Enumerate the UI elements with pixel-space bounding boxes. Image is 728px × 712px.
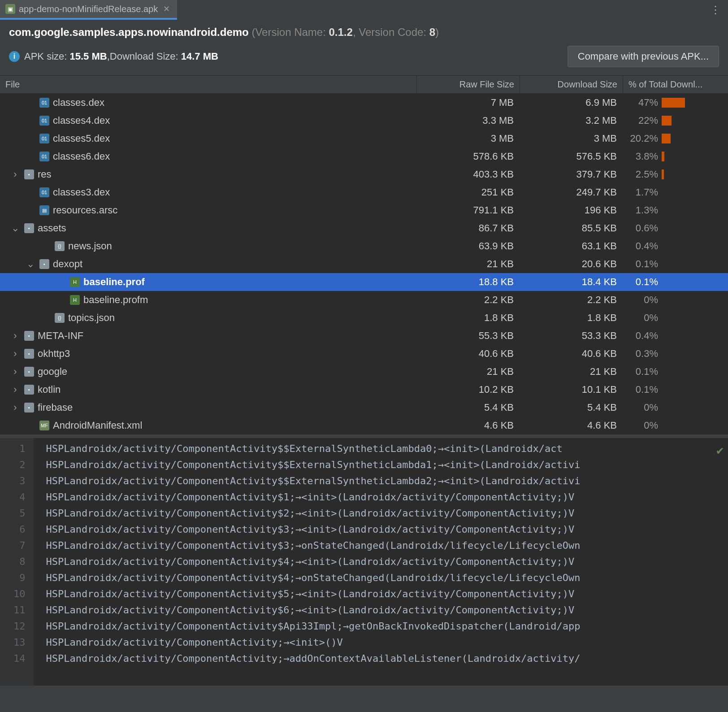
table-row[interactable]: {}news.json63.9 KB63.1 KB0.4%: [0, 237, 728, 255]
folder-icon: ▪: [24, 169, 34, 179]
file-name: dexopt: [53, 258, 82, 270]
percent-text: 1.7%: [626, 187, 658, 198]
percent-text: 0%: [626, 294, 658, 306]
tab-apk-analyzer[interactable]: ▣ app-demo-nonMinifiedRelease.apk ✕: [0, 0, 177, 20]
col-file-header[interactable]: File: [0, 76, 417, 93]
download-size: 249.7 KB: [520, 187, 623, 198]
chevron-right-icon[interactable]: ›: [10, 330, 21, 342]
table-row[interactable]: {}topics.json1.8 KB1.8 KB0%: [0, 309, 728, 327]
prof-icon: H: [70, 295, 80, 305]
raw-size: 18.8 KB: [417, 276, 520, 288]
table-row[interactable]: 01classes6.dex578.6 KB576.5 KB3.8%: [0, 148, 728, 165]
raw-size: 7 MB: [417, 97, 520, 109]
table-row[interactable]: 01classes4.dex3.3 MB3.2 MB22%: [0, 112, 728, 130]
download-size: 18.4 KB: [520, 276, 623, 288]
file-content-editor[interactable]: 1234567891011121314 HSPLandroidx/activit…: [0, 434, 728, 686]
line-number: 1: [13, 441, 26, 457]
json-icon: {}: [55, 241, 65, 251]
table-row[interactable]: ⌄▪assets86.7 KB85.5 KB0.6%: [0, 219, 728, 237]
folder-icon: ▪: [24, 331, 34, 341]
code-line: HSPLandroidx/activity/ComponentActivity$…: [46, 618, 728, 634]
download-size: 379.7 KB: [520, 169, 623, 180]
chevron-right-icon[interactable]: ›: [10, 366, 21, 378]
raw-size: 4.6 KB: [417, 420, 520, 431]
download-size: 6.9 MB: [520, 97, 623, 109]
download-size: 53.3 KB: [520, 330, 623, 342]
json-icon: {}: [55, 313, 65, 323]
table-row[interactable]: ›▪firebase5.4 KB5.4 KB0%: [0, 399, 728, 417]
file-name: news.json: [68, 240, 112, 252]
version-name-value: 0.1.2: [329, 26, 353, 38]
tab-title: app-demo-nonMinifiedRelease.apk: [19, 4, 158, 14]
raw-size: 21 KB: [417, 366, 520, 378]
raw-size: 3 MB: [417, 133, 520, 144]
file-tree[interactable]: 01classes.dex7 MB6.9 MB47%01classes4.dex…: [0, 94, 728, 434]
chevron-right-icon[interactable]: ›: [10, 169, 21, 180]
checkmark-icon: ✔: [716, 443, 724, 457]
version-name-label: Version Name:: [255, 26, 325, 38]
col-dl-header[interactable]: Download Size: [520, 76, 623, 93]
table-row[interactable]: ⌄▪dexopt21 KB20.6 KB0.1%: [0, 255, 728, 273]
prof-icon: H: [70, 277, 80, 287]
code-line: HSPLandroidx/activity/ComponentActivity;…: [46, 634, 728, 651]
line-number: 12: [13, 618, 26, 634]
download-size-value: 14.7 MB: [181, 51, 218, 62]
folder-icon: ▪: [39, 259, 49, 269]
editor-code[interactable]: HSPLandroidx/activity/ComponentActivity$…: [34, 438, 728, 686]
close-icon[interactable]: ✕: [161, 4, 172, 14]
col-raw-header[interactable]: Raw File Size: [417, 76, 520, 93]
table-row[interactable]: ›▪META-INF55.3 KB53.3 KB0.4%: [0, 327, 728, 345]
code-line: HSPLandroidx/activity/ComponentActivity$…: [46, 473, 728, 489]
percent-text: 0.6%: [626, 222, 658, 234]
table-row[interactable]: ›▪kotlin10.2 KB10.1 KB0.1%: [0, 381, 728, 399]
code-line: HSPLandroidx/activity/ComponentActivity;…: [46, 651, 728, 667]
file-name: google: [38, 366, 67, 378]
percent-bar: [662, 152, 664, 161]
line-number: 2: [13, 457, 26, 473]
raw-size: 403.3 KB: [417, 169, 520, 180]
version-code-value: 8: [429, 26, 435, 38]
file-name: resources.arsc: [53, 204, 117, 216]
file-name: classes.dex: [53, 97, 104, 109]
line-number: 4: [13, 489, 26, 505]
table-row[interactable]: Hbaseline.prof18.8 KB18.4 KB0.1%: [0, 273, 728, 291]
table-row[interactable]: ›▪res403.3 KB379.7 KB2.5%: [0, 165, 728, 183]
arsc-icon: ▤: [39, 205, 49, 215]
col-pct-header[interactable]: % of Total Downl...: [623, 76, 728, 93]
folder-icon: ▪: [24, 385, 34, 395]
chevron-down-icon[interactable]: ⌄: [25, 258, 36, 270]
chevron-right-icon[interactable]: ›: [10, 348, 21, 360]
table-row[interactable]: 01classes5.dex3 MB3 MB20.2%: [0, 130, 728, 148]
compare-button[interactable]: Compare with previous APK...: [568, 46, 719, 67]
raw-size: 63.9 KB: [417, 240, 520, 252]
line-number: 11: [13, 602, 26, 618]
percent-text: 0.4%: [626, 330, 658, 342]
percent-text: 0.3%: [626, 348, 658, 360]
chevron-right-icon[interactable]: ›: [10, 384, 21, 395]
line-number: 5: [13, 505, 26, 521]
percent-text: 0%: [626, 420, 658, 431]
percent-text: 0%: [626, 312, 658, 324]
table-row[interactable]: MFAndroidManifest.xml4.6 KB4.6 KB0%: [0, 417, 728, 434]
dex-icon: 01: [39, 152, 49, 161]
table-row[interactable]: 01classes3.dex251 KB249.7 KB1.7%: [0, 183, 728, 201]
table-row[interactable]: ▤resources.arsc791.1 KB196 KB1.3%: [0, 201, 728, 219]
code-line: HSPLandroidx/activity/ComponentActivity$…: [46, 457, 728, 473]
table-header: File Raw File Size Download Size % of To…: [0, 75, 728, 94]
chevron-down-icon[interactable]: ⌄: [10, 222, 21, 234]
chevron-right-icon[interactable]: ›: [10, 402, 21, 413]
code-line: HSPLandroidx/activity/ComponentActivity$…: [46, 521, 728, 538]
code-line: HSPLandroidx/activity/ComponentActivity$…: [46, 570, 728, 586]
code-line: HSPLandroidx/activity/ComponentActivity$…: [46, 505, 728, 521]
table-row[interactable]: ›▪okhttp340.6 KB40.6 KB0.3%: [0, 345, 728, 363]
raw-size: 40.6 KB: [417, 348, 520, 360]
file-name: AndroidManifest.xml: [53, 420, 142, 431]
file-name: classes5.dex: [53, 133, 110, 144]
table-row[interactable]: ›▪google21 KB21 KB0.1%: [0, 363, 728, 381]
percent-text: 0.1%: [626, 258, 658, 270]
kebab-menu-icon[interactable]: ⋮: [710, 4, 721, 16]
table-row[interactable]: Hbaseline.profm2.2 KB2.2 KB0%: [0, 291, 728, 309]
download-size: 85.5 KB: [520, 222, 623, 234]
table-row[interactable]: 01classes.dex7 MB6.9 MB47%: [0, 94, 728, 112]
line-number: 8: [13, 554, 26, 570]
